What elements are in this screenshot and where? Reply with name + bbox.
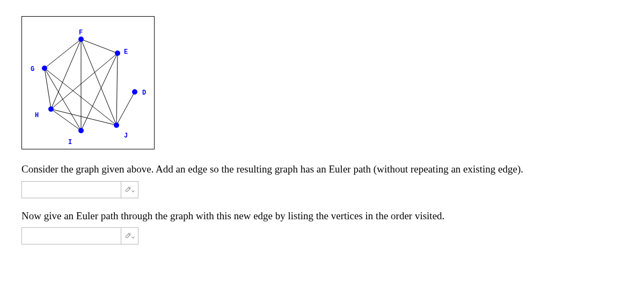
vertex-label: G [31, 66, 34, 73]
graph-edge [116, 92, 135, 125]
graph-diagram: FEGDHIJ [21, 16, 155, 149]
graph-edge [81, 39, 116, 125]
graph-edge [45, 68, 51, 109]
graph-edge [81, 39, 118, 53]
graph-vertex [132, 89, 137, 95]
graph-edge [45, 39, 81, 68]
page: FEGDHIJ Consider the graph given above. … [0, 0, 644, 271]
graph-vertex [42, 66, 47, 71]
graph-edge [51, 39, 81, 109]
answer-2-input[interactable] [21, 227, 121, 245]
pencil-dropdown-icon [125, 186, 135, 193]
graph-edge [45, 68, 81, 131]
graph-edge [51, 109, 81, 131]
graph-edge [81, 53, 118, 131]
answer-2-row [21, 227, 623, 245]
graph-edge [45, 68, 116, 125]
graph-svg [22, 17, 154, 149]
graph-edge [116, 53, 118, 125]
vertex-label: J [124, 133, 128, 139]
answer-1-row [21, 181, 623, 198]
graph-vertex [115, 51, 120, 56]
svg-point-0 [130, 186, 130, 187]
svg-point-1 [130, 233, 130, 233]
vertex-label: D [142, 90, 146, 96]
vertex-label: E [124, 49, 128, 55]
graph-vertex [78, 128, 84, 133]
question-1-text: Consider the graph given above. Add an e… [21, 162, 623, 177]
vertex-label: H [35, 112, 39, 119]
answer-1-input[interactable] [21, 181, 121, 198]
graph-vertex [48, 106, 54, 112]
graph-vertex [78, 37, 84, 42]
vertex-label: F [79, 30, 83, 36]
pencil-dropdown-icon [125, 232, 135, 240]
graph-vertex [114, 123, 119, 128]
question-2-text: Now give an Euler path through the graph… [21, 209, 623, 224]
answer-1-tools-button[interactable] [121, 181, 138, 198]
answer-2-tools-button[interactable] [121, 227, 138, 245]
vertex-label: I [68, 139, 72, 146]
